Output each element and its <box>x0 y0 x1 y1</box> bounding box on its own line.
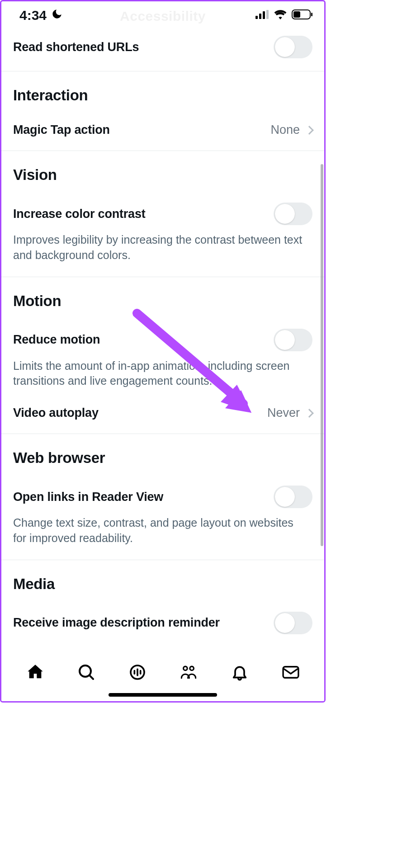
row-open-links-reader-view[interactable]: Open links in Reader View <box>13 486 312 508</box>
increase-color-contrast-label: Increase color contrast <box>13 207 146 221</box>
open-links-reader-view-desc: Change text size, contrast, and page lay… <box>13 515 303 546</box>
row-video-autoplay[interactable]: Video autoplay Never <box>13 406 312 420</box>
section-read-urls: Read shortened URLs <box>1 29 324 71</box>
open-links-reader-view-toggle[interactable] <box>274 486 312 508</box>
increase-color-contrast-desc: Improves legibility by increasing the co… <box>13 232 303 263</box>
row-increase-color-contrast[interactable]: Increase color contrast <box>13 203 312 225</box>
chevron-right-icon <box>305 126 314 135</box>
magic-tap-label: Magic Tap action <box>13 123 110 137</box>
reduce-motion-toggle[interactable] <box>274 329 312 351</box>
reduce-motion-label: Reduce motion <box>13 333 100 347</box>
tab-messages[interactable] <box>282 663 300 681</box>
svg-point-16 <box>183 666 187 670</box>
svg-rect-6 <box>311 13 312 16</box>
status-bar-left: 4:34 <box>19 8 63 23</box>
battery-icon <box>292 9 312 21</box>
reduce-motion-desc: Limits the amount of in-app animation, i… <box>13 359 303 389</box>
svg-rect-18 <box>283 667 298 678</box>
row-reduce-motion[interactable]: Reduce motion <box>13 329 312 351</box>
row-image-description-reminder[interactable]: Receive image description reminder <box>13 612 312 634</box>
svg-rect-0 <box>255 16 258 19</box>
svg-rect-3 <box>266 10 269 19</box>
video-autoplay-label: Video autoplay <box>13 406 99 420</box>
motion-title: Motion <box>13 292 312 310</box>
interaction-title: Interaction <box>13 87 312 104</box>
svg-line-11 <box>89 675 93 679</box>
section-media: Media Receive image description reminder <box>1 560 324 634</box>
wifi-icon <box>274 9 287 21</box>
do-not-disturb-icon <box>51 8 63 23</box>
status-bar: 4:34 Accessibility <box>1 1 324 29</box>
tab-notifications[interactable] <box>231 663 249 681</box>
scrollbar[interactable] <box>321 164 323 546</box>
status-time: 4:34 <box>19 8 47 23</box>
row-magic-tap-action[interactable]: Magic Tap action None <box>13 123 312 137</box>
magic-tap-value: None <box>270 123 300 137</box>
video-autoplay-value: Never <box>267 406 300 420</box>
increase-color-contrast-toggle[interactable] <box>274 203 312 225</box>
row-read-shortened-urls[interactable]: Read shortened URLs <box>13 36 312 58</box>
section-interaction: Interaction Magic Tap action None <box>1 71 324 151</box>
tab-communities[interactable] <box>180 663 198 681</box>
section-vision: Vision Increase color contrast Improves … <box>1 151 324 277</box>
read-shortened-urls-label: Read shortened URLs <box>13 40 139 54</box>
chevron-right-icon <box>305 409 314 418</box>
tab-spaces[interactable] <box>128 663 147 681</box>
video-autoplay-value-wrap: Never <box>267 406 312 420</box>
tab-search[interactable] <box>77 663 95 681</box>
cellular-icon <box>255 10 269 21</box>
media-title: Media <box>13 576 312 593</box>
list-fade-overlay <box>3 641 323 652</box>
vision-title: Vision <box>13 166 312 184</box>
svg-rect-5 <box>293 11 300 18</box>
tab-home[interactable] <box>26 663 44 681</box>
web-browser-title: Web browser <box>13 449 312 467</box>
status-bar-right <box>255 9 312 21</box>
svg-rect-1 <box>259 14 261 19</box>
svg-rect-2 <box>263 11 265 19</box>
open-links-reader-view-label: Open links in Reader View <box>13 490 163 504</box>
section-motion: Motion Reduce motion Limits the amount o… <box>1 277 324 434</box>
svg-point-17 <box>189 666 194 670</box>
magic-tap-value-wrap: None <box>270 123 312 137</box>
section-web-browser: Web browser Open links in Reader View Ch… <box>1 434 324 560</box>
home-indicator[interactable] <box>109 693 217 697</box>
image-description-reminder-toggle[interactable] <box>274 612 312 634</box>
image-description-reminder-label: Receive image description reminder <box>13 616 220 630</box>
tab-bar <box>1 652 324 701</box>
read-shortened-urls-toggle[interactable] <box>274 36 312 58</box>
